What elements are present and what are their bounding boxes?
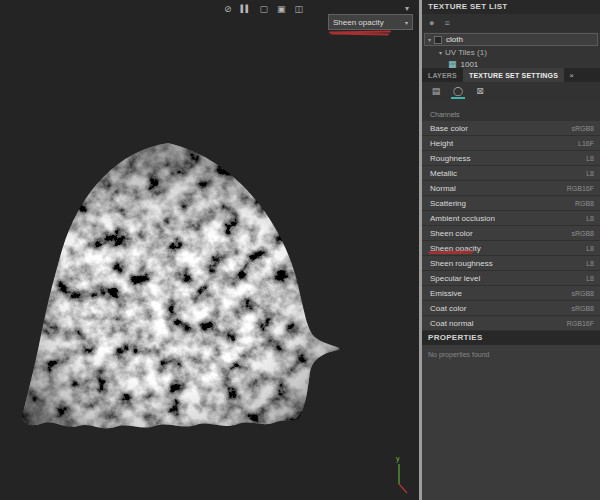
marquee-select-icon[interactable]: ▢	[259, 3, 268, 15]
viewport-collapse-chevron-icon[interactable]: ▾	[405, 4, 409, 13]
material-name: cloth	[446, 35, 463, 44]
channel-format[interactable]: L8	[586, 155, 600, 162]
channel-name: Coat normal	[422, 319, 474, 328]
channel-name: Specular level	[422, 274, 480, 283]
channel-row-coat-color[interactable]: Coat color sRGB8	[422, 301, 600, 316]
channel-row-emissive[interactable]: Emissive sRGB8	[422, 286, 600, 301]
channel-format[interactable]: sRGB8	[571, 305, 600, 312]
right-panel: TEXTURE SET LIST ● ≡ ▾ cloth ▾ UV Tiles …	[422, 0, 600, 500]
channel-row-base-color[interactable]: Base color sRGB8	[422, 121, 600, 136]
channel-format[interactable]: L8	[586, 170, 600, 177]
channel-format[interactable]: RGB16F	[567, 320, 600, 327]
cloth-mesh-render[interactable]	[0, 0, 419, 500]
projection-icon[interactable]: ▣	[277, 3, 286, 15]
viewport-3d[interactable]: ⊘ ▌▌ ▢ ▣ ◫ Sheen opacity ▾ ▾ y	[0, 0, 419, 500]
channel-name: Sheen color	[422, 229, 473, 238]
channel-format[interactable]: L8	[586, 245, 600, 252]
annotation-underline-dropdown	[329, 31, 393, 36]
uv-tiles-label: UV Tiles (1)	[445, 48, 487, 57]
gizmo-y-label: y	[396, 455, 400, 463]
channel-format[interactable]: RGB8	[575, 200, 600, 207]
channel-row-ambient-occlusion[interactable]: Ambient occlusion L8	[422, 211, 600, 226]
channel-format[interactable]: sRGB8	[571, 230, 600, 237]
channel-name: Coat color	[422, 304, 466, 313]
channel-format[interactable]: sRGB8	[571, 125, 600, 132]
pause-engine-icon[interactable]: ▌▌	[241, 3, 251, 15]
channel-row-sheen-color[interactable]: Sheen color sRGB8	[422, 226, 600, 241]
mesh-maps-icon[interactable]: ⊠	[473, 82, 487, 100]
material-sphere-icon[interactable]: ●	[429, 18, 434, 28]
settings-subtabs: ▤ ◯ ⊠	[422, 82, 600, 100]
channel-format[interactable]: L16F	[578, 140, 600, 147]
channel-name: Normal	[422, 184, 456, 193]
texture-set-tree: ▾ cloth ▾ UV Tiles (1) ▦ 1001	[422, 32, 600, 68]
channel-view-dropdown[interactable]: Sheen opacity ▾	[328, 14, 413, 30]
tab-texture-set-settings[interactable]: TEXTURE SET SETTINGS	[463, 68, 564, 82]
channel-row-height[interactable]: Height L16F	[422, 136, 600, 151]
channel-row-coat-normal[interactable]: Coat normal RGB16F	[422, 316, 600, 331]
channel-row-normal[interactable]: Normal RGB16F	[422, 181, 600, 196]
channel-name: Ambient occlusion	[422, 214, 495, 223]
channel-row-sheen-roughness[interactable]: Sheen roughness L8	[422, 256, 600, 271]
channel-view-dropdown-value: Sheen opacity	[333, 18, 384, 27]
caret-down-icon[interactable]: ▾	[428, 36, 431, 43]
channel-row-sheen-opacity[interactable]: Sheen opacity L8	[422, 241, 600, 256]
channel-row-specular-level[interactable]: Specular level L8	[422, 271, 600, 286]
chevron-down-icon: ▾	[405, 19, 408, 26]
channel-format[interactable]: L8	[586, 215, 600, 222]
material-swatch-icon	[434, 36, 442, 44]
channel-name: Emissive	[422, 289, 462, 298]
channel-name: Metallic	[422, 169, 457, 178]
channel-row-scattering[interactable]: Scattering RGB8	[422, 196, 600, 211]
channel-format[interactable]: RGB16F	[567, 185, 600, 192]
channel-format[interactable]: L8	[586, 260, 600, 267]
channel-format[interactable]: sRGB8	[571, 290, 600, 297]
channel-row-roughness[interactable]: Roughness L8	[422, 151, 600, 166]
channel-name: Height	[422, 139, 453, 148]
channel-name: Scattering	[422, 199, 466, 208]
close-icon[interactable]: ×	[564, 68, 579, 82]
viewport-toolbar: ⊘ ▌▌ ▢ ▣ ◫	[224, 3, 303, 15]
texture-set-list-toolbar: ● ≡	[422, 14, 600, 32]
symmetry-off-icon[interactable]: ⊘	[224, 3, 232, 15]
tree-item-uv-tiles[interactable]: ▾ UV Tiles (1)	[422, 46, 600, 58]
texture-set-list-header: TEXTURE SET LIST	[422, 0, 600, 14]
tree-item-cloth[interactable]: ▾ cloth	[424, 33, 598, 46]
axis-gizmo[interactable]: y	[385, 452, 415, 497]
channel-row-metallic[interactable]: Metallic L8	[422, 166, 600, 181]
properties-empty-message: No properties found	[422, 345, 600, 500]
caret-down-icon[interactable]: ▾	[439, 49, 442, 56]
material-sphere-icon[interactable]: ◯	[451, 82, 465, 100]
list-view-icon[interactable]: ≡	[444, 18, 449, 28]
channel-format[interactable]: L8	[586, 275, 600, 282]
channel-name: Roughness	[422, 154, 470, 163]
panel-tabs: LAYERS TEXTURE SET SETTINGS ×	[422, 68, 600, 82]
properties-header: PROPERTIES	[422, 331, 600, 345]
channels-section-title: Channels	[422, 108, 600, 121]
viewer-settings-icon[interactable]: ◫	[295, 3, 304, 15]
annotation-underline-sheen-opacity	[428, 251, 476, 255]
channel-name: Base color	[422, 124, 468, 133]
layers-stack-icon[interactable]: ▤	[429, 82, 443, 100]
channels-section: Channels Base color sRGB8 Height L16F Ro…	[422, 100, 600, 331]
tab-layers[interactable]: LAYERS	[422, 68, 463, 82]
channel-name: Sheen roughness	[422, 259, 493, 268]
app-window: ⊘ ▌▌ ▢ ▣ ◫ Sheen opacity ▾ ▾ y TEXTURE S…	[0, 0, 600, 500]
